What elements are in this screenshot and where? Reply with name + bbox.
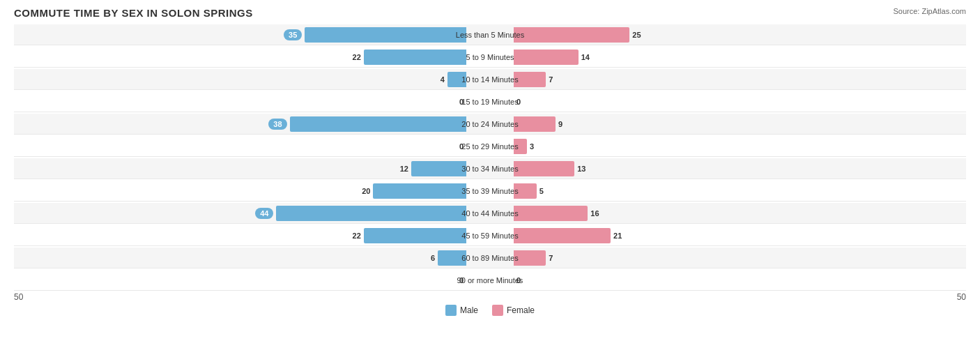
male-value: 22: [353, 53, 361, 61]
bar-row: 0 90 or more Minutes 0: [14, 270, 966, 291]
source-label: Source: ZipAtlas.com: [893, 7, 966, 15]
right-side: 3: [511, 139, 966, 154]
right-side: 13: [511, 161, 966, 176]
bars-area: 35 Less than 5 Minutes 25 22 5 to 9 Minu…: [14, 24, 966, 291]
legend-male-box: [445, 305, 457, 316]
right-side: 14: [511, 50, 966, 65]
right-side: 16: [511, 206, 966, 221]
bar-row: 20 35 to 39 Minutes 5: [14, 181, 966, 202]
left-side: 20: [14, 183, 469, 199]
legend-female-box: [492, 305, 503, 316]
bar-label: 30 to 34 Minutes: [445, 165, 535, 173]
bar-row: 44 40 to 44 Minutes 16: [14, 203, 966, 224]
legend: Male Female: [14, 305, 966, 316]
female-value: 16: [590, 209, 599, 218]
left-side: 12: [14, 161, 469, 176]
right-side: 9: [511, 116, 966, 132]
bar-label: 20 to 24 Minutes: [445, 120, 535, 128]
female-value: 5: [539, 187, 544, 195]
bar-label: 15 to 19 Minutes: [445, 98, 535, 106]
bar-label: 60 to 89 Minutes: [445, 254, 535, 262]
bar-row: 12 30 to 34 Minutes 13: [14, 158, 966, 179]
legend-male: Male: [445, 305, 478, 316]
right-side: 25: [511, 27, 966, 43]
male-bar: [290, 116, 466, 132]
bar-label: 40 to 44 Minutes: [445, 209, 535, 218]
bar-row: 22 45 to 59 Minutes 21: [14, 225, 966, 246]
bar-label: 90 or more Minutes: [445, 276, 535, 285]
female-value: 7: [549, 75, 553, 84]
bar-label: Less than 5 Minutes: [445, 31, 535, 39]
right-side: 0: [511, 276, 966, 285]
female-value: 9: [558, 120, 562, 128]
axis-labels: 50 50: [14, 292, 966, 302]
bar-row: 6 60 to 89 Minutes 7: [14, 248, 966, 268]
male-badge-value: 44: [255, 208, 273, 219]
male-bar: [276, 206, 466, 221]
bar-label: 45 to 59 Minutes: [445, 232, 535, 240]
left-side: 38: [14, 116, 469, 132]
left-side: 6: [14, 250, 469, 266]
male-value: 4: [441, 75, 445, 84]
female-value: 21: [613, 232, 622, 240]
bar-label: 35 to 39 Minutes: [445, 187, 535, 195]
right-side: 7: [511, 250, 966, 266]
left-side: 44: [14, 206, 469, 221]
left-side: 22: [14, 50, 469, 65]
bar-row: 35 Less than 5 Minutes 25: [14, 24, 966, 45]
bar-label: 25 to 29 Minutes: [445, 142, 535, 151]
right-side: 21: [511, 228, 966, 243]
male-value: 20: [362, 187, 370, 195]
bar-row: 0 15 to 19 Minutes 0: [14, 91, 966, 112]
male-value: 6: [431, 254, 435, 262]
bar-label: 5 to 9 Minutes: [445, 53, 535, 61]
left-side: 0: [14, 276, 469, 285]
left-side: 0: [14, 98, 469, 106]
right-side: 5: [511, 183, 966, 199]
male-value: 22: [353, 232, 361, 240]
left-side: 35: [14, 27, 469, 43]
right-side: 0: [511, 98, 966, 106]
chart-title: COMMUTE TIME BY SEX IN SOLON SPRINGS: [14, 7, 966, 19]
bar-row: 22 5 to 9 Minutes 14: [14, 47, 966, 68]
axis-right-label: 50: [957, 292, 966, 302]
legend-female: Female: [492, 305, 535, 316]
legend-male-label: Male: [460, 305, 478, 315]
bar-row: 4 10 to 14 Minutes 7: [14, 69, 966, 90]
legend-female-label: Female: [507, 305, 535, 315]
left-side: 4: [14, 72, 469, 87]
female-value: 13: [577, 165, 585, 173]
left-side: 22: [14, 228, 469, 243]
axis-left-label: 50: [14, 292, 23, 302]
chart-container: COMMUTE TIME BY SEX IN SOLON SPRINGS Sou…: [0, 0, 980, 364]
female-value: 25: [632, 31, 641, 39]
bar-row: 38 20 to 24 Minutes 9: [14, 114, 966, 135]
female-value: 7: [549, 254, 553, 262]
male-badge-value: 35: [284, 29, 302, 40]
right-side: 7: [511, 72, 966, 87]
male-value: 12: [400, 165, 408, 173]
bar-label: 10 to 14 Minutes: [445, 75, 535, 84]
male-bar: [305, 27, 466, 43]
left-side: 0: [14, 142, 469, 151]
male-badge-value: 38: [268, 119, 286, 130]
bar-row: 0 25 to 29 Minutes 3: [14, 136, 966, 157]
female-value: 14: [581, 53, 590, 61]
